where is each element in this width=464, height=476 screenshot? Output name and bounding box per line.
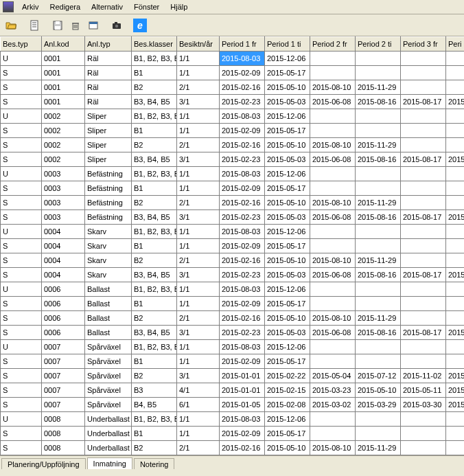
cell[interactable]: B2 [132, 138, 177, 152]
table-row[interactable]: S0004SkarvB22/12015-02-162015-05-102015-… [1, 253, 465, 268]
cell[interactable]: 2015-08-17 [401, 326, 446, 340]
table-row[interactable]: S0008UnderballastB11/12015-02-092015-05-… [1, 427, 465, 441]
cell[interactable]: 1/1 [177, 354, 220, 369]
cell[interactable]: S [1, 95, 42, 109]
cell[interactable] [401, 340, 446, 354]
column-header[interactable]: Anl.kod [42, 37, 85, 52]
cell[interactable]: S [1, 311, 42, 326]
cell[interactable]: B2 [132, 196, 177, 210]
cell[interactable] [356, 181, 401, 196]
cell[interactable]: 2015-02-23 [220, 152, 265, 167]
cell[interactable]: 2015-08-16 [356, 326, 401, 340]
cell[interactable]: S [1, 80, 42, 95]
cell[interactable]: S [1, 181, 42, 196]
table-row[interactable]: S0001RälB11/12015-02-092015-05-17 [1, 66, 465, 80]
table-row[interactable]: U0006BallastB1, B2, B3, B41/12015-08-032… [1, 282, 465, 297]
cell[interactable] [310, 239, 356, 253]
cell[interactable]: S [1, 398, 42, 412]
cell[interactable]: B3, B4, B5 [132, 326, 177, 340]
cell[interactable]: 2015-06-08 [310, 95, 356, 109]
cell[interactable]: B1, B2, B3, B4 [132, 225, 177, 239]
cell[interactable]: 2015-05-10 [265, 311, 310, 326]
cell[interactable] [401, 297, 446, 311]
cell[interactable]: B2 [132, 253, 177, 268]
cell[interactable]: Sliper [85, 124, 132, 138]
cell[interactable]: S [1, 369, 42, 383]
cell[interactable]: 0007 [42, 354, 85, 369]
cell[interactable]: 3/1 [177, 210, 220, 225]
cell[interactable]: B2 [132, 311, 177, 326]
cell[interactable]: 2015-08-17 [401, 95, 446, 109]
cell[interactable]: B2 [132, 441, 177, 455]
cell[interactable]: 2015-03-02 [310, 398, 356, 412]
cell[interactable] [310, 340, 356, 354]
table-row[interactable]: U0001RälB1, B2, B3, B41/12015-08-032015-… [1, 52, 465, 66]
cell[interactable]: 2/1 [177, 441, 220, 455]
cell[interactable]: 2015 [446, 210, 465, 225]
cell[interactable] [401, 80, 446, 95]
cell[interactable]: 0007 [42, 383, 85, 398]
cell[interactable]: 1/1 [177, 340, 220, 354]
cell[interactable] [446, 52, 465, 66]
cell[interactable] [446, 225, 465, 239]
cell[interactable] [401, 196, 446, 210]
table-row[interactable]: S0002SliperB3, B4, B53/12015-02-232015-0… [1, 152, 465, 167]
cell[interactable]: 2015-11-29 [356, 196, 401, 210]
cell[interactable]: S [1, 441, 42, 455]
cell[interactable]: Ballast [85, 297, 132, 311]
cell[interactable]: 2015-11-29 [356, 253, 401, 268]
cell[interactable] [446, 181, 465, 196]
cell[interactable]: B1 [132, 66, 177, 80]
cell[interactable]: 1/1 [177, 282, 220, 297]
open-icon[interactable] [4, 19, 18, 32]
cell[interactable] [446, 297, 465, 311]
cell[interactable]: 2015-12-06 [265, 109, 310, 124]
cell[interactable]: 2015-03-30 [401, 398, 446, 412]
cell[interactable] [401, 412, 446, 427]
cell[interactable] [446, 167, 465, 181]
cell[interactable]: U [1, 340, 42, 354]
cell[interactable]: 2015-08-10 [310, 196, 356, 210]
table-row[interactable]: S0001RälB22/12015-02-162015-05-102015-08… [1, 80, 465, 95]
table-row[interactable]: S0004SkarvB11/12015-02-092015-05-17 [1, 239, 465, 253]
cell[interactable]: Ballast [85, 326, 132, 340]
column-header[interactable]: Period 3 fr [401, 37, 446, 52]
cell[interactable]: S [1, 297, 42, 311]
cell[interactable]: Spårväxel [85, 369, 132, 383]
cell[interactable]: S [1, 383, 42, 398]
cell[interactable]: S [1, 427, 42, 441]
cell[interactable]: 2015-06-08 [310, 152, 356, 167]
cell[interactable] [446, 282, 465, 297]
cell[interactable]: 2015-08-17 [401, 152, 446, 167]
cell[interactable] [446, 124, 465, 138]
cell[interactable]: 2015 [446, 398, 465, 412]
menu-redigera[interactable]: Redigera [44, 1, 86, 12]
cell[interactable]: 2015-05-10 [265, 441, 310, 455]
cell[interactable]: B3, B4, B5 [132, 152, 177, 167]
cell[interactable]: 1/1 [177, 66, 220, 80]
cell[interactable]: 2015-05-17 [265, 354, 310, 369]
cell[interactable]: U [1, 412, 42, 427]
tab-notering[interactable]: Notering [134, 458, 175, 469]
cell[interactable]: 2015-05-03 [265, 210, 310, 225]
cell[interactable]: 0006 [42, 326, 85, 340]
cell[interactable]: 0003 [42, 196, 85, 210]
table-row[interactable]: S0003BefästningB11/12015-02-092015-05-17 [1, 181, 465, 196]
tab-planering[interactable]: Planering/Uppföljning [1, 458, 86, 469]
cell[interactable]: 1/1 [177, 52, 220, 66]
cell[interactable]: 0007 [42, 340, 85, 354]
cell[interactable]: S [1, 152, 42, 167]
cell[interactable]: 0006 [42, 297, 85, 311]
cell[interactable]: Sliper [85, 138, 132, 152]
cell[interactable]: B1 [132, 181, 177, 196]
cell[interactable]: 1/1 [177, 109, 220, 124]
cell[interactable] [310, 354, 356, 369]
cell[interactable]: B2 [132, 80, 177, 95]
document-icon[interactable] [27, 19, 41, 32]
cell[interactable]: 0002 [42, 138, 85, 152]
cell[interactable]: 2015-02-23 [220, 268, 265, 282]
cell[interactable]: U [1, 282, 42, 297]
cell[interactable]: B1, B2, B3, B4 [132, 167, 177, 181]
data-grid[interactable]: Bes.typAnl.kodAnl.typBes.klasserBesiktn/… [0, 36, 464, 455]
cell[interactable]: 2015-05-17 [265, 124, 310, 138]
